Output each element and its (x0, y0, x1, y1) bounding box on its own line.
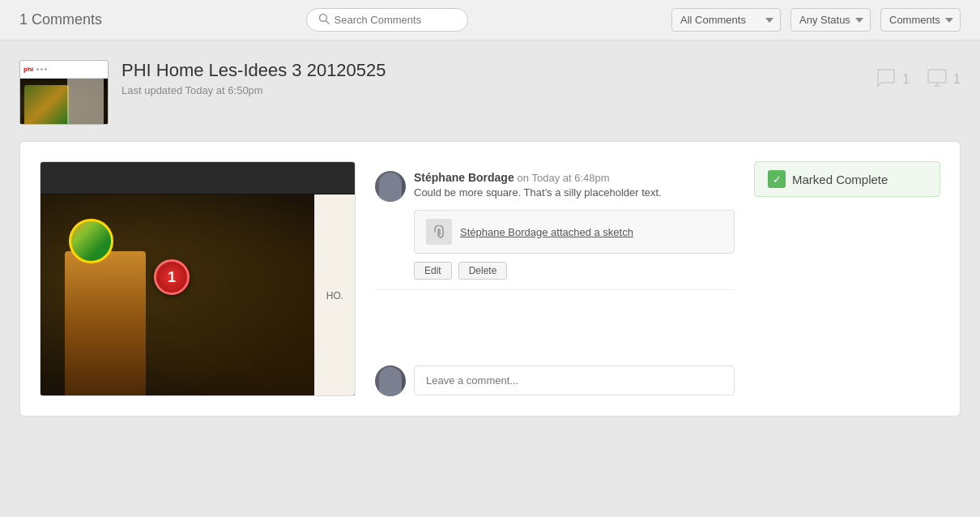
comment-card: 1 HO. Stéphane Bordage (19, 141, 961, 417)
filter-status-select[interactable]: Any Status Open Complete (790, 8, 871, 32)
screenshot-top (40, 162, 355, 194)
leave-comment (375, 356, 735, 396)
svg-rect-2 (928, 70, 946, 83)
attachment-link[interactable]: Stéphane Bordage attached a sketch (460, 226, 633, 238)
top-bar: 1 Comments All Comments My Comments Open… (0, 0, 980, 41)
media-count: 1 (953, 72, 961, 87)
filter-type-select[interactable]: All Comments My Comments Open Comments (671, 8, 781, 32)
review-thumbnail: phi (19, 60, 109, 125)
search-box (306, 8, 468, 32)
comment-meta: Stéphane Bordage on Today at 6:48pm Coul… (414, 171, 735, 200)
right-panel: HO. (314, 194, 355, 396)
wrestler-badge: 1 (154, 259, 190, 295)
comment-header: Stéphane Bordage on Today at 6:48pm Coul… (375, 171, 735, 202)
avatar (375, 171, 406, 202)
comment-bubble-icon (875, 66, 897, 92)
leave-comment-avatar (375, 365, 406, 396)
comment-time: on Today at 6:48pm (518, 172, 610, 184)
review-meta: PHI Home Les-Idees 3 20120525 Last updat… (121, 60, 862, 96)
delete-button[interactable]: Delete (458, 262, 508, 280)
comment-actions: Edit Delete (414, 262, 735, 280)
edit-button[interactable]: Edit (414, 262, 452, 280)
review-icons: 1 1 (875, 66, 961, 92)
search-input[interactable] (334, 14, 456, 26)
thumb-logo: phi (23, 66, 33, 73)
marked-complete-text: Marked Complete (792, 173, 888, 186)
comment-text: Could be more square. That's a silly pla… (414, 186, 735, 200)
comment-count: 1 (902, 72, 910, 87)
attachment-icon (426, 219, 452, 245)
check-icon: ✓ (768, 170, 786, 188)
comment-item: Stéphane Bordage on Today at 6:48pm Coul… (375, 161, 735, 290)
svg-line-1 (326, 21, 329, 24)
screenshot-area: 1 HO. (40, 161, 356, 396)
search-wrap (112, 8, 662, 32)
leave-comment-input[interactable] (414, 365, 735, 395)
comment-icon-group: 1 (875, 66, 910, 92)
comment-area: Stéphane Bordage on Today at 6:48pm Coul… (375, 161, 735, 396)
search-icon (318, 13, 330, 27)
main-content: phi PHI Home Les-Idees 3 20120525 Last u… (0, 41, 980, 436)
review-title: PHI Home Les-Idees 3 20120525 (121, 60, 862, 81)
attachment-box: Stéphane Bordage attached a sketch (414, 210, 735, 254)
comment-author: Stéphane Bordage (414, 171, 514, 184)
filter-view-select[interactable]: Comments List Grid (880, 8, 961, 32)
right-column: ✓ Marked Complete (754, 161, 940, 396)
marked-complete[interactable]: ✓ Marked Complete (754, 161, 940, 197)
monitor-icon (926, 66, 948, 92)
review-updated: Last updated Today at 6:50pm (121, 84, 862, 96)
media-icon-group: 1 (926, 66, 961, 92)
screenshot-image: 1 HO. (40, 194, 355, 396)
comments-count: 1 Comments (19, 11, 102, 28)
review-header: phi PHI Home Les-Idees 3 20120525 Last u… (19, 60, 961, 125)
comment-thread: Stéphane Bordage on Today at 6:48pm Coul… (375, 161, 735, 356)
